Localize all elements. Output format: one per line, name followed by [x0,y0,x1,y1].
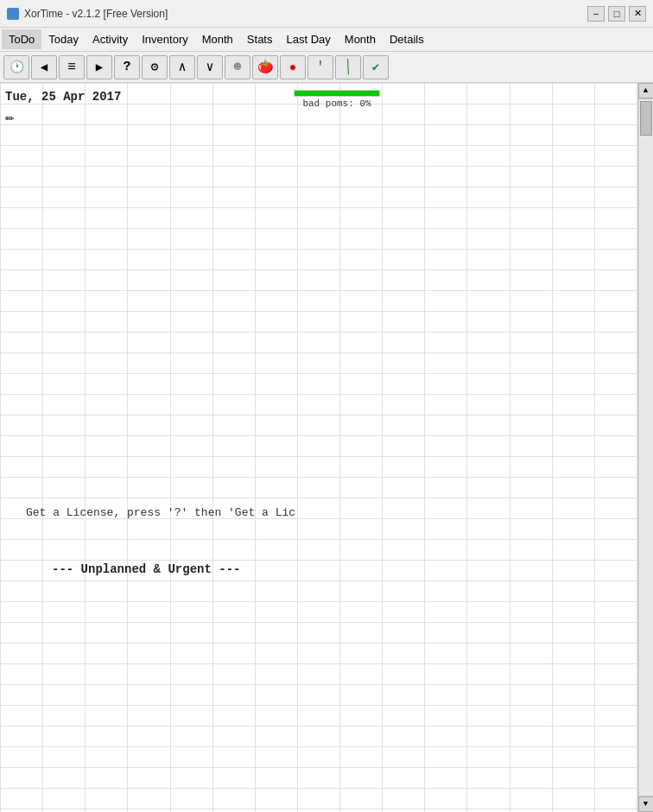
close-button[interactable]: ✕ [629,6,646,22]
minimize-button[interactable]: − [587,6,605,22]
menu-item-month[interactable]: Month [195,29,240,49]
list-btn[interactable]: ≡ [59,55,85,79]
mood-btn[interactable]: ☻ [225,55,250,79]
app-icon [7,8,19,20]
title-bar: XorTime - v2.1.2 [Free Version] − □ ✕ [0,0,653,28]
forward-btn[interactable]: ▶ [86,55,112,79]
progress-bar-outer [294,90,380,97]
scrollbar[interactable]: ▲ ▼ [637,83,653,812]
back-btn[interactable]: ◀ [31,55,57,79]
main-area: Tue, 25 Apr 2017 bad poms: 0% ✏️ Get a L… [0,83,653,812]
up-btn[interactable]: ∧ [169,55,195,79]
window-controls: − □ ✕ [587,6,646,22]
pencil-icon: ✏️ [5,107,632,126]
leaf-btn[interactable]: ╱ [335,55,361,79]
menu-item-inventory[interactable]: Inventory [135,29,194,49]
tomato-btn[interactable]: 🍅 [252,55,278,79]
help-btn[interactable]: ? [114,55,140,79]
scroll-up-arrow[interactable]: ▲ [638,83,654,98]
progress-bar-inner [295,91,379,96]
unplanned-section: --- Unplanned & Urgent --- [52,562,240,576]
content-text: Tue, 25 Apr 2017 bad poms: 0% ✏️ [0,83,637,812]
quote-btn[interactable]: ' [307,55,333,79]
menu-item-details[interactable]: Details [383,29,431,49]
menu-item-activity[interactable]: Activity [86,29,135,49]
progress-label: bad poms: 0% [302,98,371,109]
app-title: XorTime - v2.1.2 [Free Version] [7,8,168,20]
menu-item-stats[interactable]: Stats [240,29,280,49]
maximize-button[interactable]: □ [608,6,625,22]
menu-item-todo[interactable]: ToDo [2,29,41,49]
clock-btn[interactable]: 🕐 [3,55,29,79]
title-text: XorTime - v2.1.2 [Free Version] [24,8,168,20]
menu-item-today[interactable]: Today [41,29,86,49]
license-message: Get a License, press '?' then 'Get a Lic [26,506,295,519]
content-area: Tue, 25 Apr 2017 bad poms: 0% ✏️ Get a L… [0,83,637,812]
settings-btn[interactable]: ⚙ [142,55,168,79]
scroll-down-arrow[interactable]: ▼ [638,796,654,812]
progress-container: bad poms: 0% [294,90,380,109]
scroll-thumb[interactable] [640,101,652,136]
scroll-track[interactable] [638,98,654,796]
check-btn[interactable]: ✔ [363,55,389,79]
blood-btn[interactable]: ✸ [280,55,306,79]
toolbar: 🕐◀≡▶?⚙∧∨☻🍅✸'╱✔ [0,52,653,83]
menu-item-lastday[interactable]: Last Day [279,29,337,49]
down-btn[interactable]: ∨ [197,55,223,79]
menu-bar: ToDoTodayActivityInventoryMonthStatsLast… [0,28,653,52]
menu-item-month2[interactable]: Month [338,29,383,49]
